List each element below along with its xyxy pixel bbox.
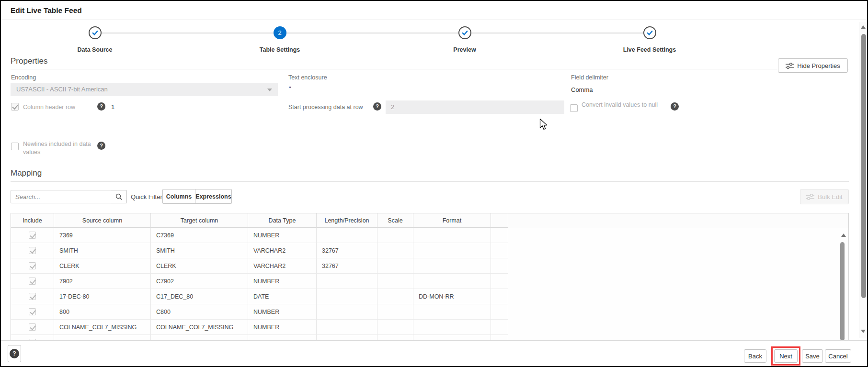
include-checkbox — [29, 232, 36, 239]
cell-empty — [491, 289, 508, 304]
table-row[interactable]: 7369C7369NUMBER — [11, 228, 848, 243]
cell-format — [413, 258, 491, 274]
table-row[interactable]: 800C800NUMBER — [11, 304, 848, 320]
include-checkbox — [29, 308, 36, 315]
cell-source: 800 — [54, 304, 151, 320]
table-row[interactable]: SMITHSMITHVARCHAR232767 — [11, 243, 848, 258]
cell-format — [413, 320, 491, 335]
save-button[interactable]: Save — [802, 349, 823, 363]
include-cell — [11, 320, 54, 335]
cell-empty — [491, 335, 508, 340]
cell-format — [413, 335, 491, 340]
cell-empty — [491, 304, 508, 320]
sliders-icon — [786, 63, 794, 69]
step-complete-check-icon — [458, 26, 471, 39]
step-label: Live Feed Settings — [606, 46, 693, 53]
properties-divider — [11, 69, 849, 69]
grid-header-row: IncludeSource columnTarget columnData Ty… — [11, 213, 848, 228]
cell-format: DD-MON-RR — [413, 289, 491, 304]
scroll-down-icon[interactable] — [861, 330, 866, 333]
include-cell — [11, 258, 54, 274]
include-checkbox — [29, 278, 36, 285]
cell-length_precision — [317, 320, 377, 335]
cell-target: C17_DEC_80 — [151, 289, 248, 304]
help-button[interactable]: ? — [8, 345, 21, 362]
search-input[interactable] — [11, 190, 112, 203]
page-vertical-scrollbar[interactable] — [859, 22, 868, 338]
page-scrollbar-thumb[interactable] — [861, 34, 866, 298]
cell-scale — [377, 243, 413, 258]
quick-filter-columns-button[interactable]: Columns — [162, 189, 195, 204]
help-icon[interactable]: ? — [97, 142, 105, 150]
cell-data_type: NUMBER — [248, 335, 317, 340]
edit-live-table-feed-dialog: Edit Live Table Feed Data Source 2 Table… — [0, 0, 868, 367]
properties-heading: Properties — [11, 56, 47, 66]
include-cell — [11, 304, 54, 320]
newlines-label: Newlines included in data values — [23, 140, 108, 156]
cell-length_precision: 32767 — [317, 258, 377, 274]
cell-scale — [377, 289, 413, 304]
column-header[interactable]: Data Type — [248, 213, 317, 228]
cell-scale — [377, 228, 413, 243]
cancel-button[interactable]: Cancel — [825, 349, 851, 363]
table-row[interactable]: 17-DEC-80C17_DEC_80DATEDD-MON-RR — [11, 289, 848, 304]
step-preview[interactable]: Preview — [422, 26, 508, 53]
table-row[interactable]: COLNAME_COL7_MISSINGCOLNAME_COL7_MISSING… — [11, 320, 848, 335]
cell-data_type: NUMBER — [248, 320, 317, 335]
cell-source: 7902 — [54, 274, 151, 289]
back-button[interactable]: Back — [744, 349, 766, 363]
column-header[interactable]: Length/Precision — [317, 213, 377, 228]
include-checkbox — [29, 247, 36, 254]
cell-length_precision — [317, 335, 377, 340]
grid-vertical-scrollbar[interactable] — [839, 234, 846, 340]
hide-properties-label: Hide Properties — [797, 62, 840, 69]
cell-target: C7369 — [151, 228, 248, 243]
scroll-up-icon[interactable] — [841, 234, 846, 237]
cell-data_type: DATE — [248, 289, 317, 304]
column-header[interactable]: Scale — [377, 213, 413, 228]
cell-format — [413, 304, 491, 320]
cell-data_type: NUMBER — [248, 304, 317, 320]
table-row[interactable]: 7902C7902NUMBER — [11, 274, 848, 289]
search-button[interactable] — [111, 190, 127, 203]
cell-scale — [377, 258, 413, 274]
newlines-checkbox[interactable] — [11, 143, 19, 150]
cell-empty — [491, 320, 508, 335]
help-icon[interactable]: ? — [97, 102, 105, 111]
next-button[interactable]: Next — [774, 349, 798, 363]
hide-properties-button[interactable]: Hide Properties — [778, 58, 848, 73]
column-header-row-label: Column header row — [23, 104, 75, 111]
encoding-value: US7ASCII - ASCII 7-bit American — [16, 86, 108, 93]
step-table-settings[interactable]: 2 Table Settings — [237, 26, 323, 53]
mapping-grid: IncludeSource columnTarget columnData Ty… — [11, 213, 849, 340]
include-checkbox — [29, 323, 36, 331]
step-data-source[interactable]: Data Source — [52, 26, 138, 53]
scroll-up-icon[interactable] — [861, 25, 866, 29]
stepper-connector — [95, 33, 650, 33]
step-live-feed-settings[interactable]: Live Feed Settings — [606, 26, 693, 53]
table-row[interactable]: CLERKCLERKVARCHAR232767 — [11, 258, 848, 274]
include-cell — [11, 243, 54, 258]
quick-filter-expressions-button[interactable]: Expressions — [195, 189, 232, 204]
column-header[interactable]: Target column — [151, 213, 248, 228]
start-processing-input: 2 — [386, 100, 564, 114]
dialog-title: Edit Live Table Feed — [11, 1, 82, 20]
column-header[interactable]: Include — [11, 213, 54, 228]
help-icon[interactable]: ? — [373, 102, 381, 111]
cell-empty — [491, 243, 508, 258]
step-label: Preview — [422, 46, 508, 53]
table-row[interactable]: 20C20NUMBER — [11, 335, 848, 340]
grid-scrollbar-thumb[interactable] — [840, 242, 845, 340]
field-delimiter-label: Field delimiter — [571, 74, 608, 81]
include-cell — [11, 228, 54, 243]
grid-body: 7369C7369NUMBERSMITHSMITHVARCHAR232767CL… — [11, 228, 848, 340]
cell-length_precision — [317, 228, 377, 243]
column-header[interactable]: Source column — [54, 213, 151, 228]
step-label: Data Source — [52, 46, 138, 53]
column-header[interactable]: Format — [413, 213, 491, 228]
cell-source: SMITH — [54, 243, 151, 258]
cell-source: COLNAME_COL7_MISSING — [54, 320, 151, 335]
cell-source: 17-DEC-80 — [54, 289, 151, 304]
help-icon[interactable]: ? — [671, 102, 679, 111]
include-cell — [11, 335, 54, 340]
